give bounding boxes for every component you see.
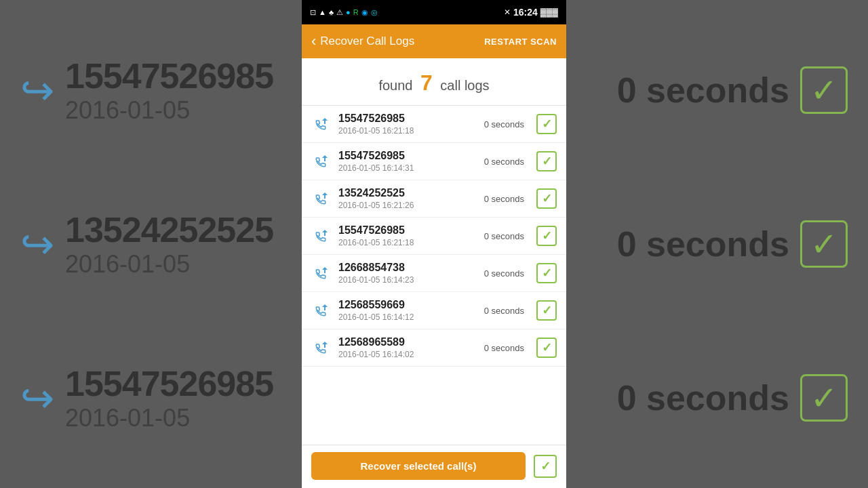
found-header: found 7 call logs (302, 58, 566, 105)
call-number: 12668854738 (338, 262, 477, 274)
status-bar: ⊡ ▲ ♣ ⚠ ● R ◉ ◎ ✕ 16:24 ▓▓▓ (302, 0, 566, 24)
call-date: 2016-01-05 16:21:18 (338, 238, 477, 247)
header-title: Recover Call Logs (320, 35, 414, 48)
call-log-item[interactable]: 15547526985 2016-01-05 16:21:18 0 second… (302, 218, 566, 255)
call-info: 12668854738 2016-01-05 16:14:23 (338, 262, 477, 285)
call-checkbox[interactable]: ✓ (536, 300, 557, 321)
app-icon-2: R (353, 8, 359, 16)
call-checkbox[interactable]: ✓ (536, 338, 557, 358)
call-type-icon (311, 116, 332, 132)
battery-icon: ▓▓▓ (540, 7, 558, 17)
alert-icon: ⚠ (336, 8, 343, 17)
call-date: 2016-01-05 16:14:12 (338, 312, 477, 322)
wifi-icon: ▲ (319, 8, 326, 16)
found-prefix: found (378, 78, 412, 93)
call-checkbox[interactable]: ✓ (536, 151, 557, 171)
bg-right-item-1: 0 seconds ✓ (617, 66, 848, 114)
status-left: ⊡ ▲ ♣ ⚠ ● R ◉ ◎ (310, 8, 378, 17)
call-log-list[interactable]: 15547526985 2016-01-05 16:21:18 0 second… (302, 106, 566, 445)
found-suffix: call logs (440, 78, 489, 93)
call-log-item[interactable]: 12568965589 2016-01-05 16:14:02 0 second… (302, 329, 566, 367)
call-checkbox[interactable]: ✓ (536, 188, 557, 209)
call-checkbox[interactable]: ✓ (536, 114, 557, 134)
call-number: 15547526985 (338, 113, 477, 125)
call-duration: 0 seconds (484, 306, 524, 316)
call-info: 13524252525 2016-01-05 16:21:26 (338, 187, 477, 210)
phone-frame: ⊡ ▲ ♣ ⚠ ● R ◉ ◎ ✕ 16:24 ▓▓▓ ‹ Recover Ca… (302, 0, 566, 488)
call-number: 12568965589 (338, 336, 477, 348)
call-info: 12568559669 2016-01-05 16:14:12 (338, 299, 477, 322)
call-date: 2016-01-05 16:21:18 (338, 126, 477, 136)
call-duration: 0 seconds (484, 343, 524, 353)
call-type-icon (311, 153, 332, 169)
bottom-area: Recover selected call(s) ✓ (302, 445, 566, 488)
bg-right-panel: 0 seconds ✓ 0 seconds ✓ 0 seconds ✓ (565, 0, 868, 488)
call-log-item[interactable]: 12668854738 2016-01-05 16:14:23 0 second… (302, 255, 566, 292)
bg-date-1: 2016-01-05 (65, 96, 273, 125)
call-checkbox[interactable]: ✓ (536, 263, 557, 283)
call-checkbox[interactable]: ✓ (536, 226, 557, 246)
call-info: 15547526985 2016-01-05 16:14:31 (338, 150, 477, 173)
call-log-item[interactable]: 15547526985 2016-01-05 16:14:31 0 second… (302, 143, 566, 180)
check-mark-icon: ✓ (542, 117, 552, 131)
bg-number-2: 13524252525 (65, 209, 273, 250)
bg-number-3: 15547526985 (65, 363, 273, 404)
call-info: 12568965589 2016-01-05 16:14:02 (338, 336, 477, 359)
app-content: found 7 call logs 15547526985 2016-01-05… (302, 58, 566, 488)
bg-call-icon-1: ↪ (20, 66, 54, 114)
status-time: 16:24 (513, 7, 538, 18)
call-duration: 0 seconds (484, 157, 524, 167)
mute-icon: ✕ (504, 7, 511, 17)
call-info: 15547526985 2016-01-05 16:21:18 (338, 224, 477, 247)
back-arrow-icon[interactable]: ‹ (311, 33, 316, 50)
bg-check-1: ✓ (800, 66, 848, 114)
restart-scan-button[interactable]: RESTART SCAN (484, 37, 557, 47)
call-duration: 0 seconds (484, 268, 524, 279)
call-type-icon (311, 302, 332, 319)
bg-call-icon-2: ↪ (20, 220, 54, 268)
bg-seconds-2: 0 seconds (617, 224, 789, 264)
call-type-icon (311, 228, 332, 244)
bg-right-item-2: 0 seconds ✓ (617, 220, 848, 268)
app-icon-4: ◎ (371, 8, 378, 17)
call-duration: 0 seconds (484, 231, 524, 241)
check-mark-icon: ✓ (542, 266, 552, 281)
call-type-icon (311, 340, 332, 356)
call-log-item[interactable]: 15547526985 2016-01-05 16:21:18 0 second… (302, 106, 566, 143)
bg-check-2: ✓ (800, 220, 848, 268)
recover-selected-button[interactable]: Recover selected call(s) (311, 452, 526, 480)
check-mark-icon: ✓ (542, 303, 552, 318)
call-number: 15547526985 (338, 150, 477, 162)
bg-seconds-3: 0 seconds (617, 378, 789, 418)
call-type-icon (311, 190, 332, 207)
bg-call-icon-3: ↪ (20, 374, 54, 422)
bg-item-3: ↪ 15547526985 2016-01-05 (20, 363, 273, 432)
call-number: 12568559669 (338, 299, 477, 311)
app-icon-3: ◉ (361, 8, 368, 17)
bg-right-item-3: 0 seconds ✓ (617, 374, 848, 422)
app-header: ‹ Recover Call Logs RESTART SCAN (302, 24, 566, 58)
call-date: 2016-01-05 16:14:02 (338, 350, 477, 359)
sim-icon: ⊡ (310, 8, 316, 17)
call-log-item[interactable]: 13524252525 2016-01-05 16:21:26 0 second… (302, 180, 566, 218)
call-duration: 0 seconds (484, 194, 524, 204)
bottom-check-all[interactable]: ✓ (534, 455, 557, 478)
check-mark-icon: ✓ (542, 228, 552, 243)
header-left: ‹ Recover Call Logs (311, 33, 414, 50)
bg-left-panel: ↪ 15547526985 2016-01-05 ↪ 13524252525 2… (0, 0, 303, 488)
bg-date-2: 2016-01-05 (65, 250, 273, 279)
found-count: 7 (420, 70, 433, 95)
call-log-item[interactable]: 12568559669 2016-01-05 16:14:12 0 second… (302, 292, 566, 329)
status-right: ✕ 16:24 ▓▓▓ (504, 7, 558, 18)
bg-number-1: 15547526985 (65, 56, 273, 96)
bg-item-2: ↪ 13524252525 2016-01-05 (20, 209, 273, 279)
call-date: 2016-01-05 16:21:26 (338, 201, 477, 210)
check-mark-icon: ✓ (542, 340, 552, 355)
call-duration: 0 seconds (484, 119, 524, 129)
call-number: 13524252525 (338, 187, 477, 199)
bottom-check-icon: ✓ (540, 459, 551, 474)
data-icon: ♣ (329, 8, 334, 16)
bg-date-3: 2016-01-05 (65, 404, 273, 432)
call-type-icon (311, 265, 332, 281)
call-number: 15547526985 (338, 224, 477, 237)
